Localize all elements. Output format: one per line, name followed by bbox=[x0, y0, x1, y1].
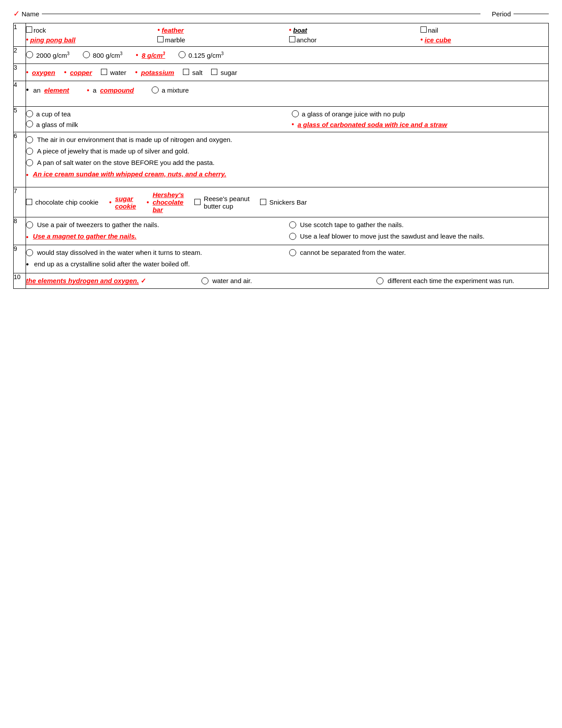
checkbox-marble[interactable] bbox=[157, 36, 164, 42]
row10-item-different: different each time the experiment was r… bbox=[376, 277, 548, 285]
row-number-1: 1 bbox=[14, 23, 26, 47]
row4-flex: • an element • a compound a mixture bbox=[26, 81, 548, 99]
label-tea: a cup of tea bbox=[36, 110, 71, 118]
checkbox-reeses[interactable] bbox=[194, 199, 201, 205]
row6-list: The air in our environment that is made … bbox=[26, 132, 548, 183]
row3-item-copper: • copper bbox=[64, 68, 92, 76]
main-table: 1 rock • feather • boat bbox=[13, 23, 549, 289]
radio-jewelry[interactable] bbox=[26, 148, 33, 155]
radio-0125[interactable] bbox=[179, 51, 186, 58]
bullet-pingpong: • bbox=[26, 36, 29, 44]
row-number-7: 7 bbox=[14, 187, 26, 217]
row6-item-jewelry: A piece of jewelry that is made up of si… bbox=[26, 147, 548, 155]
radio-oj[interactable] bbox=[292, 110, 299, 117]
row3-item-water: water bbox=[101, 69, 127, 76]
row6-item-pan: A pan of salt water on the stove BEFORE … bbox=[26, 159, 548, 167]
label-chocchip: chocolate chip cookie bbox=[35, 198, 98, 206]
row1-item-marble: marble bbox=[157, 36, 285, 44]
checkbox-water[interactable] bbox=[101, 69, 107, 75]
label-tape: Use scotch tape to gather the nails. bbox=[300, 221, 404, 228]
label-snickers: Snickers Bar bbox=[269, 198, 307, 206]
radio-mixture[interactable] bbox=[152, 86, 159, 93]
bullet-crystalline: • bbox=[26, 260, 29, 269]
radio-800[interactable] bbox=[83, 51, 90, 58]
row10-item-waterair: water and air. bbox=[201, 277, 373, 285]
checkbox-salt[interactable] bbox=[183, 69, 189, 75]
row7-flex: chocolate chip cookie • sugarcookie • He… bbox=[26, 187, 548, 217]
row-number-9: 9 bbox=[14, 245, 26, 273]
radio-milk[interactable] bbox=[26, 120, 33, 127]
row7-item-snickers: Snickers Bar bbox=[260, 198, 307, 206]
radio-tweezers[interactable] bbox=[26, 221, 33, 228]
checkbox-sugar[interactable] bbox=[211, 69, 217, 75]
radio-waterair[interactable] bbox=[201, 277, 208, 284]
row9-item-crystalline: • end up as a crystalline solid after th… bbox=[26, 260, 548, 269]
bullet-copper: • bbox=[64, 68, 67, 76]
checkbox-chocchip[interactable] bbox=[26, 199, 32, 205]
row1-item-feather: • feather bbox=[157, 26, 285, 34]
name-label: Name bbox=[22, 10, 39, 18]
bullet-element: • bbox=[26, 86, 29, 95]
label-copper: copper bbox=[70, 69, 92, 76]
table-row: 3 • oxygen • copper water bbox=[14, 64, 549, 81]
label-separated: cannot be separated from the water. bbox=[300, 249, 406, 256]
label-anchor: anchor bbox=[297, 36, 317, 44]
row-number-10: 10 bbox=[14, 273, 26, 289]
row5-item-milk: a glass of milk bbox=[26, 120, 283, 128]
label-sugarcookie: sugarcookie bbox=[115, 195, 136, 210]
row7-item-sugarcookie: • sugarcookie bbox=[109, 195, 136, 210]
checkbox-rock[interactable] bbox=[26, 26, 32, 33]
radio-steam[interactable] bbox=[26, 249, 33, 256]
period-label: Period bbox=[492, 10, 511, 18]
row7-item-reeses: Reese's peanutbutter cup bbox=[194, 195, 249, 210]
header: ✓ Name Period bbox=[13, 9, 549, 19]
bullet-potassium: • bbox=[135, 68, 138, 76]
checkbox-nail[interactable] bbox=[421, 26, 427, 33]
row-5-content: a cup of tea a glass of orange juice wit… bbox=[26, 107, 549, 132]
row5-item-tea: a cup of tea bbox=[26, 110, 283, 118]
row-6-content: The air in our environment that is made … bbox=[26, 132, 549, 187]
label-water: water bbox=[110, 69, 127, 76]
checkbox-anchor[interactable] bbox=[289, 36, 295, 42]
label-pan: A pan of salt water on the stove BEFORE … bbox=[37, 159, 215, 166]
label-sugar: sugar bbox=[220, 69, 237, 76]
row2-item-800: 800 g/cm3 bbox=[83, 51, 123, 59]
table-row: 6 The air in our environment that is mad… bbox=[14, 132, 549, 187]
label-0125: 0.125 g/cm3 bbox=[189, 51, 224, 59]
row1-item-nail: nail bbox=[421, 26, 548, 34]
row7-item-chocchip: chocolate chip cookie bbox=[26, 198, 98, 206]
row3-item-salt: salt bbox=[183, 69, 202, 76]
row5-item-oj: a glass of orange juice with no pulp bbox=[292, 110, 549, 118]
row-8-content: Use a pair of tweezers to gather the nai… bbox=[26, 217, 549, 245]
row10-item-hydrogen: the elements hydrogen and oxygen. ✓ bbox=[26, 277, 198, 285]
label-800: 800 g/cm3 bbox=[93, 51, 123, 59]
row3-item-sugar: sugar bbox=[211, 69, 237, 76]
radio-different[interactable] bbox=[376, 277, 383, 284]
table-row: 2 2000 g/cm3 800 g/cm3 • 8 g/cm3 bbox=[14, 47, 549, 64]
radio-tape[interactable] bbox=[289, 221, 296, 228]
row-2-content: 2000 g/cm3 800 g/cm3 • 8 g/cm3 0.125 g/c… bbox=[26, 47, 549, 64]
bullet-8gcm: • bbox=[136, 51, 138, 59]
table-row: 9 would stay dissolved in the water when… bbox=[14, 245, 549, 273]
bullet-sugarcookie: • bbox=[109, 198, 112, 206]
row-3-content: • oxygen • copper water • potassium bbox=[26, 64, 549, 81]
radio-pan[interactable] bbox=[26, 159, 33, 166]
row-number-6: 6 bbox=[14, 132, 26, 187]
name-line bbox=[42, 14, 480, 14]
radio-air[interactable] bbox=[26, 136, 33, 143]
table-row: 5 a cup of tea a glass of orange juice w… bbox=[14, 107, 549, 132]
radio-tea[interactable] bbox=[26, 110, 33, 117]
table-row: 4 • an element • a compound a mixture bbox=[14, 81, 549, 107]
row-number-4: 4 bbox=[14, 81, 26, 107]
bullet-soda: • bbox=[292, 120, 294, 128]
label-icecream: An ice cream sundae with whipped cream, … bbox=[33, 170, 227, 178]
label-milk: a glass of milk bbox=[36, 121, 78, 128]
radio-2000[interactable] bbox=[26, 51, 33, 58]
label-jewelry: A piece of jewelry that is made up of si… bbox=[37, 147, 189, 155]
bullet-hersheys: • bbox=[147, 198, 149, 206]
row-number-8: 8 bbox=[14, 217, 26, 245]
radio-leafblower[interactable] bbox=[289, 233, 296, 240]
checkbox-snickers[interactable] bbox=[260, 199, 266, 205]
radio-separated[interactable] bbox=[289, 249, 296, 256]
row2-item-0125: 0.125 g/cm3 bbox=[179, 51, 224, 59]
